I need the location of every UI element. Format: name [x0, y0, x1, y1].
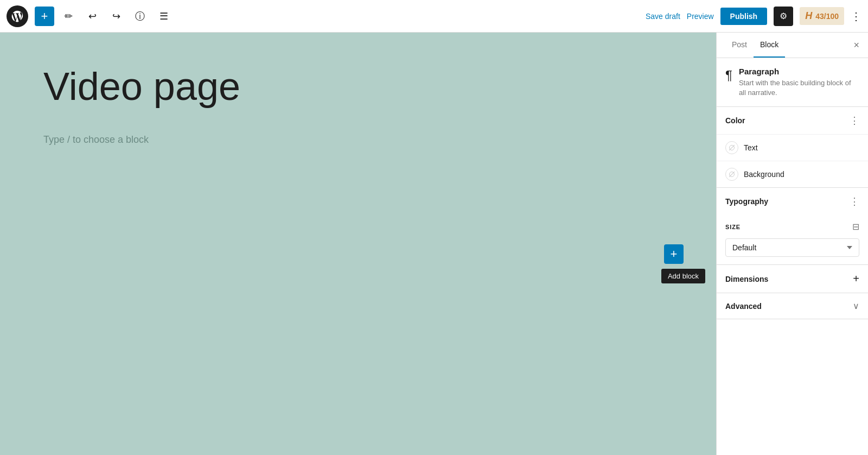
text-color-swatch-inner — [729, 145, 735, 150]
add-block-inline-button[interactable]: + — [664, 244, 684, 264]
text-color-swatch[interactable] — [725, 141, 738, 154]
text-color-label: Text — [744, 143, 758, 152]
pencil-icon: ✏ — [65, 10, 73, 22]
background-color-swatch[interactable] — [725, 168, 738, 181]
advanced-section: Advanced ∨ — [717, 293, 868, 319]
block-type-desc: Start with the basic building block of a… — [739, 78, 859, 98]
page-title: Video page — [43, 65, 240, 108]
add-block-tooltip: Add block — [661, 269, 705, 283]
edit-tool-button[interactable]: ✏ — [59, 7, 78, 26]
undo-icon: ↩ — [88, 10, 97, 22]
sidebar-tabs: Post Block × — [717, 33, 868, 58]
color-section: Color ⋮ Text Background — [717, 107, 868, 188]
redo-icon: ↪ — [112, 10, 120, 22]
info-button[interactable]: ⓘ — [130, 7, 150, 26]
more-options-button[interactable]: ⋮ — [851, 10, 861, 23]
topbar-right: Save draft Preview Publish ⚙ H 43/100 ⋮ — [646, 7, 861, 26]
size-header: SIZE ⊟ — [717, 215, 868, 235]
background-color-item[interactable]: Background — [717, 161, 868, 187]
dimensions-expand-icon[interactable]: + — [853, 273, 859, 285]
list-view-button[interactable]: ☰ — [154, 7, 174, 26]
editor-canvas[interactable]: Video page Type / to choose a block + Ad… — [0, 33, 716, 455]
tab-block[interactable]: Block — [754, 33, 785, 58]
plus-icon: + — [41, 9, 48, 23]
hemingway-score-value: 43/100 — [815, 12, 839, 21]
hemingway-h-icon: H — [805, 10, 812, 22]
color-section-header[interactable]: Color ⋮ — [717, 107, 868, 134]
dimensions-section: Dimensions + — [717, 265, 868, 293]
text-color-item[interactable]: Text — [717, 134, 868, 161]
block-placeholder[interactable]: Type / to choose a block — [43, 134, 673, 146]
block-sidebar: Post Block × ¶ Paragraph Start with the … — [716, 33, 868, 455]
redo-button[interactable]: ↪ — [106, 7, 126, 26]
undo-button[interactable]: ↩ — [82, 7, 102, 26]
ellipsis-icon: ⋮ — [851, 10, 861, 23]
block-type-name: Paragraph — [739, 67, 859, 76]
block-details: Paragraph Start with the basic building … — [739, 67, 859, 98]
topbar: + ✏ ↩ ↪ ⓘ ☰ Save draft Preview Publish ⚙… — [0, 0, 868, 33]
tab-post[interactable]: Post — [725, 33, 754, 58]
wp-logo[interactable] — [7, 5, 28, 27]
info-icon: ⓘ — [135, 10, 145, 23]
size-sliders-button[interactable]: ⊟ — [852, 222, 859, 232]
main-area: Video page Type / to choose a block + Ad… — [0, 33, 868, 455]
paragraph-icon: ¶ — [725, 68, 732, 83]
plus-icon: + — [671, 247, 678, 261]
dimensions-section-title: Dimensions — [725, 275, 768, 283]
gear-icon: ⚙ — [780, 11, 787, 21]
color-options-icon[interactable]: ⋮ — [850, 115, 859, 127]
advanced-section-header[interactable]: Advanced ∨ — [717, 293, 868, 319]
dimensions-section-header[interactable]: Dimensions + — [717, 265, 868, 293]
advanced-section-title: Advanced — [725, 302, 762, 311]
wp-logo-icon — [11, 10, 24, 23]
add-block-button[interactable]: + — [35, 7, 54, 26]
block-info: ¶ Paragraph Start with the basic buildin… — [717, 58, 868, 107]
background-color-swatch-inner — [729, 172, 735, 177]
typography-options-icon[interactable]: ⋮ — [850, 195, 859, 207]
size-select-wrap: Small Default Medium Large Extra Large — [717, 235, 868, 264]
size-controls: ⊟ — [852, 222, 859, 232]
typography-section: Typography ⋮ SIZE ⊟ Small Default Medium… — [717, 188, 868, 265]
typography-section-title: Typography — [725, 197, 768, 206]
sidebar-close-button[interactable]: × — [853, 33, 859, 58]
preview-button[interactable]: Preview — [687, 12, 714, 21]
background-color-label: Background — [744, 170, 784, 179]
publish-button[interactable]: Publish — [720, 8, 768, 25]
advanced-chevron-icon[interactable]: ∨ — [853, 301, 859, 311]
size-label: SIZE — [725, 224, 741, 230]
color-section-title: Color — [725, 116, 745, 125]
font-size-select[interactable]: Small Default Medium Large Extra Large — [725, 238, 859, 257]
list-icon: ☰ — [159, 10, 168, 22]
typography-section-header[interactable]: Typography ⋮ — [717, 188, 868, 215]
hemingway-score-badge[interactable]: H 43/100 — [800, 7, 844, 25]
settings-button[interactable]: ⚙ — [774, 7, 793, 26]
save-draft-button[interactable]: Save draft — [646, 12, 680, 21]
